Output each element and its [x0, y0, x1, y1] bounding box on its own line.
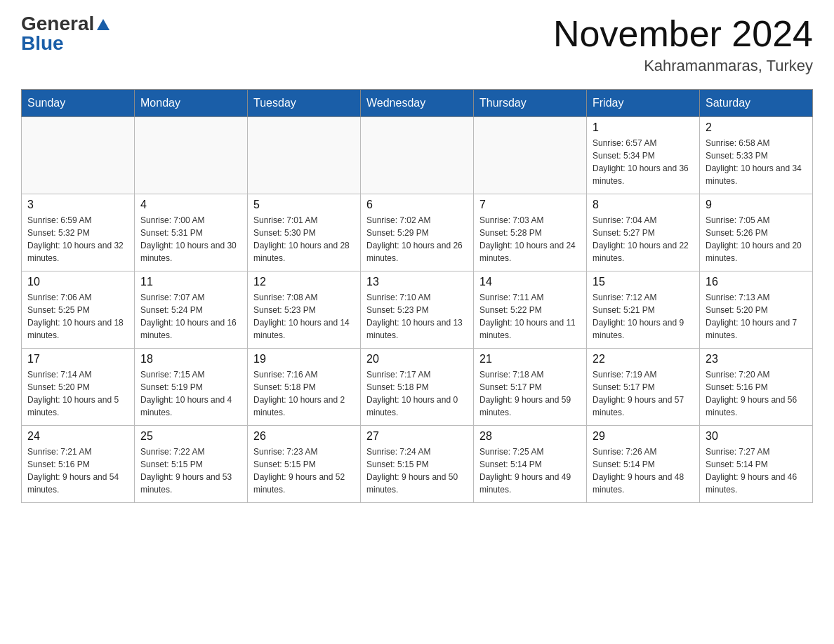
day-info: Sunrise: 7:24 AMSunset: 5:15 PMDaylight:…: [366, 445, 468, 496]
day-info: Sunrise: 7:05 AMSunset: 5:26 PMDaylight:…: [706, 214, 807, 264]
day-number: 2: [706, 121, 807, 134]
calendar-cell: 9Sunrise: 7:05 AMSunset: 5:26 PMDaylight…: [700, 194, 813, 271]
day-info: Sunrise: 7:23 AMSunset: 5:15 PMDaylight:…: [253, 445, 355, 496]
day-number: 18: [140, 353, 241, 365]
day-info: Sunrise: 7:07 AMSunset: 5:24 PMDaylight:…: [140, 291, 241, 342]
day-info: Sunrise: 7:21 AMSunset: 5:16 PMDaylight:…: [27, 445, 128, 496]
calendar-cell: 23Sunrise: 7:20 AMSunset: 5:16 PMDayligh…: [700, 349, 813, 426]
calendar-cell: 3Sunrise: 6:59 AMSunset: 5:32 PMDaylight…: [22, 194, 135, 271]
calendar-cell: 12Sunrise: 7:08 AMSunset: 5:23 PMDayligh…: [248, 271, 361, 349]
calendar-header-row: SundayMondayTuesdayWednesdayThursdayFrid…: [22, 90, 813, 117]
day-info: Sunrise: 7:00 AMSunset: 5:31 PMDaylight:…: [140, 214, 241, 264]
calendar-cell: 29Sunrise: 7:26 AMSunset: 5:14 PMDayligh…: [587, 426, 700, 503]
day-number: 29: [593, 430, 694, 443]
title-block: November 2024 Kahramanmaras, Turkey: [553, 14, 813, 75]
day-of-week-header: Tuesday: [248, 90, 361, 117]
day-number: 7: [479, 199, 581, 211]
calendar-cell: [22, 117, 135, 194]
calendar-cell: 7Sunrise: 7:03 AMSunset: 5:28 PMDaylight…: [474, 194, 587, 271]
day-info: Sunrise: 6:57 AMSunset: 5:34 PMDaylight:…: [593, 137, 694, 187]
day-info: Sunrise: 7:08 AMSunset: 5:23 PMDaylight:…: [253, 291, 355, 342]
calendar-cell: 30Sunrise: 7:27 AMSunset: 5:14 PMDayligh…: [700, 426, 813, 503]
calendar-cell: 8Sunrise: 7:04 AMSunset: 5:27 PMDaylight…: [587, 194, 700, 271]
day-number: 10: [27, 276, 128, 288]
day-info: Sunrise: 7:14 AMSunset: 5:20 PMDaylight:…: [27, 368, 128, 419]
calendar-cell: 6Sunrise: 7:02 AMSunset: 5:29 PMDaylight…: [361, 194, 474, 271]
logo-blue-text: Blue: [21, 34, 64, 53]
day-info: Sunrise: 7:17 AMSunset: 5:18 PMDaylight:…: [366, 368, 468, 419]
day-number: 21: [479, 353, 581, 365]
calendar-cell: 20Sunrise: 7:17 AMSunset: 5:18 PMDayligh…: [361, 349, 474, 426]
day-number: 13: [366, 276, 468, 288]
day-of-week-header: Sunday: [22, 90, 135, 117]
calendar-cell: 15Sunrise: 7:12 AMSunset: 5:21 PMDayligh…: [587, 271, 700, 349]
page-header: General Blue November 2024 Kahramanmaras…: [21, 14, 813, 75]
day-number: 22: [593, 353, 694, 365]
calendar-cell: 18Sunrise: 7:15 AMSunset: 5:19 PMDayligh…: [135, 349, 248, 426]
calendar-cell: 14Sunrise: 7:11 AMSunset: 5:22 PMDayligh…: [474, 271, 587, 349]
day-number: 6: [366, 199, 468, 211]
day-of-week-header: Friday: [587, 90, 700, 117]
day-number: 3: [27, 199, 128, 211]
day-info: Sunrise: 7:12 AMSunset: 5:21 PMDaylight:…: [593, 291, 694, 342]
day-info: Sunrise: 7:10 AMSunset: 5:23 PMDaylight:…: [366, 291, 468, 342]
day-info: Sunrise: 7:02 AMSunset: 5:29 PMDaylight:…: [366, 214, 468, 264]
day-number: 16: [706, 276, 807, 288]
calendar-week-row: 24Sunrise: 7:21 AMSunset: 5:16 PMDayligh…: [22, 426, 813, 503]
day-number: 23: [706, 353, 807, 365]
day-number: 17: [27, 353, 128, 365]
day-of-week-header: Monday: [135, 90, 248, 117]
day-of-week-header: Saturday: [700, 90, 813, 117]
day-info: Sunrise: 7:19 AMSunset: 5:17 PMDaylight:…: [593, 368, 694, 419]
calendar-cell: 19Sunrise: 7:16 AMSunset: 5:18 PMDayligh…: [248, 349, 361, 426]
calendar-cell: 22Sunrise: 7:19 AMSunset: 5:17 PMDayligh…: [587, 349, 700, 426]
calendar-cell: 28Sunrise: 7:25 AMSunset: 5:14 PMDayligh…: [474, 426, 587, 503]
day-info: Sunrise: 7:26 AMSunset: 5:14 PMDaylight:…: [593, 445, 694, 496]
calendar-cell: 21Sunrise: 7:18 AMSunset: 5:17 PMDayligh…: [474, 349, 587, 426]
calendar-cell: 1Sunrise: 6:57 AMSunset: 5:34 PMDaylight…: [587, 117, 700, 194]
day-info: Sunrise: 6:58 AMSunset: 5:33 PMDaylight:…: [706, 137, 807, 187]
day-of-week-header: Thursday: [474, 90, 587, 117]
day-number: 12: [253, 276, 355, 288]
calendar-cell: 16Sunrise: 7:13 AMSunset: 5:20 PMDayligh…: [700, 271, 813, 349]
day-number: 8: [593, 199, 694, 211]
calendar-cell: 25Sunrise: 7:22 AMSunset: 5:15 PMDayligh…: [135, 426, 248, 503]
calendar-cell: 10Sunrise: 7:06 AMSunset: 5:25 PMDayligh…: [22, 271, 135, 349]
day-info: Sunrise: 7:11 AMSunset: 5:22 PMDaylight:…: [479, 291, 581, 342]
logo: General Blue: [21, 14, 110, 53]
day-number: 26: [253, 430, 355, 443]
day-info: Sunrise: 7:25 AMSunset: 5:14 PMDaylight:…: [479, 445, 581, 496]
day-info: Sunrise: 6:59 AMSunset: 5:32 PMDaylight:…: [27, 214, 128, 264]
day-number: 24: [27, 430, 128, 443]
day-number: 19: [253, 353, 355, 365]
calendar-cell: [474, 117, 587, 194]
calendar-cell: 5Sunrise: 7:01 AMSunset: 5:30 PMDaylight…: [248, 194, 361, 271]
calendar-cell: [361, 117, 474, 194]
day-number: 1: [593, 121, 694, 134]
day-number: 14: [479, 276, 581, 288]
logo-general-text: General: [21, 14, 110, 34]
day-info: Sunrise: 7:04 AMSunset: 5:27 PMDaylight:…: [593, 214, 694, 264]
day-number: 11: [140, 276, 241, 288]
calendar-cell: 27Sunrise: 7:24 AMSunset: 5:15 PMDayligh…: [361, 426, 474, 503]
calendar-table: SundayMondayTuesdayWednesdayThursdayFrid…: [21, 89, 813, 503]
day-number: 9: [706, 199, 807, 211]
day-info: Sunrise: 7:18 AMSunset: 5:17 PMDaylight:…: [479, 368, 581, 419]
day-info: Sunrise: 7:01 AMSunset: 5:30 PMDaylight:…: [253, 214, 355, 264]
calendar-week-row: 1Sunrise: 6:57 AMSunset: 5:34 PMDaylight…: [22, 117, 813, 194]
calendar-cell: 13Sunrise: 7:10 AMSunset: 5:23 PMDayligh…: [361, 271, 474, 349]
day-info: Sunrise: 7:03 AMSunset: 5:28 PMDaylight:…: [479, 214, 581, 264]
calendar-cell: 17Sunrise: 7:14 AMSunset: 5:20 PMDayligh…: [22, 349, 135, 426]
calendar-cell: 2Sunrise: 6:58 AMSunset: 5:33 PMDaylight…: [700, 117, 813, 194]
day-number: 4: [140, 199, 241, 211]
day-number: 20: [366, 353, 468, 365]
calendar-cell: 24Sunrise: 7:21 AMSunset: 5:16 PMDayligh…: [22, 426, 135, 503]
day-info: Sunrise: 7:27 AMSunset: 5:14 PMDaylight:…: [706, 445, 807, 496]
calendar-cell: [135, 117, 248, 194]
day-of-week-header: Wednesday: [361, 90, 474, 117]
calendar-cell: 4Sunrise: 7:00 AMSunset: 5:31 PMDaylight…: [135, 194, 248, 271]
month-title: November 2024: [553, 14, 813, 54]
calendar-cell: [248, 117, 361, 194]
day-info: Sunrise: 7:22 AMSunset: 5:15 PMDaylight:…: [140, 445, 241, 496]
calendar-cell: 26Sunrise: 7:23 AMSunset: 5:15 PMDayligh…: [248, 426, 361, 503]
